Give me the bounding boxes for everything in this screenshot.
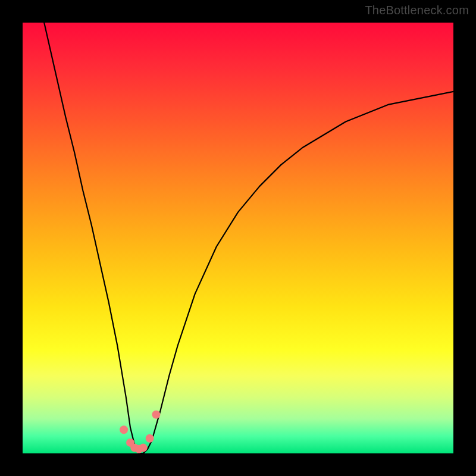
data-marker [152, 411, 160, 419]
data-marker [139, 444, 148, 452]
plot-area [23, 23, 453, 453]
attribution-text: TheBottleneck.com [365, 4, 469, 17]
data-marker [120, 425, 128, 434]
curve-layer [23, 23, 453, 453]
data-marker [146, 434, 154, 443]
chart-frame: TheBottleneck.com [0, 0, 476, 476]
bottleneck-curve [44, 23, 453, 453]
